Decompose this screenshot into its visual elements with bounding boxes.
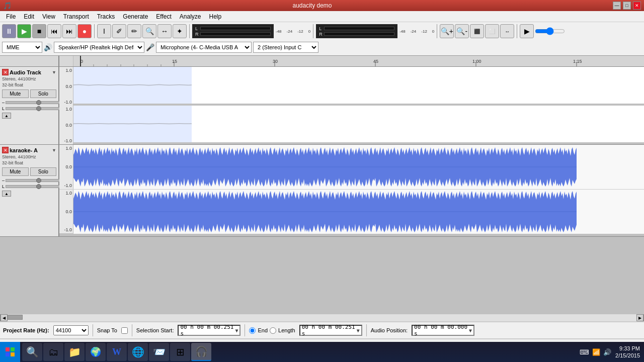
karaoke-track-waveform-panel: 1.0 0.0 -1.0	[59, 145, 644, 236]
menu-view[interactable]: View	[38, 12, 59, 21]
end-radio[interactable]	[249, 327, 256, 334]
audio-track-info1: Stereo, 44100Hz	[2, 76, 56, 81]
karaoke-track-close[interactable]: ✕	[2, 147, 9, 153]
play-at-speed-button[interactable]: ▶	[520, 24, 534, 38]
channel-selector[interactable]: 2 (Stereo) Input C	[253, 42, 318, 53]
taskbar-explorer[interactable]: 📁	[64, 343, 85, 361]
menu-analyze[interactable]: Analyze	[176, 12, 205, 21]
audio-track-collapse[interactable]: ▲	[2, 113, 11, 119]
record-button[interactable]: ●	[77, 24, 92, 38]
audio-track-dropdown[interactable]: ▼	[52, 70, 56, 75]
speed-slider-group	[535, 29, 565, 33]
audio-position-input[interactable]: 00 h 00 m 00.000 s ▼	[412, 325, 474, 336]
out-left-label: L	[319, 26, 323, 31]
audio-track-close[interactable]: ✕	[2, 69, 9, 75]
play-button[interactable]: ▶	[17, 24, 31, 38]
karaoke-gain-minus: –	[2, 178, 5, 183]
karaoke-track-dropdown[interactable]: ▼	[52, 148, 56, 153]
svg-rect-30	[11, 352, 15, 356]
audio-track: ✕ Audio Track ▼ Stereo, 44100Hz 32-bit f…	[0, 67, 644, 145]
menu-generate[interactable]: Generate	[119, 12, 152, 21]
taskbar-maps[interactable]: 🌐	[128, 343, 148, 361]
audio-track-info2: 32-bit float	[2, 82, 56, 87]
output-device-selector[interactable]: Speaker/HP (Realtek High Defi	[54, 42, 144, 53]
audio-track-waveform-top[interactable]	[73, 67, 644, 104]
karaoke-waveform-bottom[interactable]	[73, 190, 644, 234]
zoom-sel-button[interactable]: ⬜	[485, 24, 499, 38]
close-button[interactable]: ✕	[633, 2, 641, 10]
fit-project-button[interactable]: ⬛	[470, 24, 484, 38]
window-title: audacity demo	[12, 2, 613, 9]
speed-slider[interactable]	[535, 29, 565, 33]
scroll-left-arrow[interactable]: ◀	[1, 314, 8, 321]
menu-effect[interactable]: Effect	[152, 12, 175, 21]
multi-tool[interactable]: ✦	[173, 24, 187, 38]
taskbar-chrome[interactable]: 🌍	[86, 343, 106, 361]
timeline-ticks[interactable]: 0 15 30 45 1:00 1:15	[73, 56, 644, 66]
karaoke-track-mute[interactable]: Mute	[2, 167, 29, 176]
zoom-fit-button[interactable]: ↔	[500, 24, 514, 38]
audio-position-label: Audio Position:	[371, 327, 408, 333]
input-device-selector[interactable]: Microphone (4- C-Media USB A	[156, 42, 252, 53]
karaoke-waveform-top[interactable]	[73, 145, 644, 189]
clock[interactable]: 9:33 PM 2/15/2015	[615, 345, 640, 359]
taskbar-file-manager[interactable]: 🗂	[43, 343, 63, 361]
titlebar: 🎵 audacity demo — □ ✕	[0, 0, 644, 11]
taskbar-audacity[interactable]: 🎧	[191, 343, 211, 361]
audio-track-solo[interactable]: Solo	[30, 89, 57, 98]
device-toolbar: MME 🔊 Speaker/HP (Realtek High Defi 🎤 Mi…	[2, 40, 642, 54]
project-rate-select[interactable]: 44100	[53, 325, 89, 335]
toolbar-area: ⏸ ▶ ■ ⏮ ⏭ ● I ✐ ✏ 🔍 ↔ ✦ L R	[0, 22, 644, 56]
out-right-bar	[324, 32, 394, 36]
timeshift-tool[interactable]: ↔	[157, 24, 172, 38]
skip-fwd-button[interactable]: ⏭	[62, 24, 76, 38]
envelope-tool[interactable]: ✐	[112, 24, 126, 38]
zoom-in-button[interactable]: 🔍+	[440, 24, 454, 38]
audio-track-waveform-bottom[interactable]	[73, 106, 644, 142]
scroll-thumb[interactable]	[8, 315, 23, 320]
pause-button[interactable]: ⏸	[2, 24, 16, 38]
audio-track-mute[interactable]: Mute	[2, 89, 29, 98]
karaoke-pan-left-label: L	[2, 184, 5, 189]
selection-end-input[interactable]: 00 h 00 m 00.251 s ▼	[299, 325, 362, 336]
audio-track-controls: ✕ Audio Track ▼ Stereo, 44100Hz 32-bit f…	[0, 67, 59, 144]
maximize-button[interactable]: □	[623, 2, 631, 10]
draw-tool[interactable]: ✏	[127, 24, 141, 38]
start-button[interactable]	[0, 342, 20, 362]
taskbar-right: ⌨ 📶 🔊 9:33 PM 2/15/2015	[576, 345, 644, 359]
sel-end-unit: ▼	[357, 328, 360, 333]
menu-transport[interactable]: Transport	[59, 12, 93, 21]
scroll-track[interactable]	[8, 314, 636, 321]
audio-track-pan-row: L R	[2, 106, 56, 111]
skip-back-button[interactable]: ⏮	[47, 24, 61, 38]
length-radio[interactable]	[270, 327, 276, 334]
horizontal-scrollbar[interactable]: ◀ ▶	[0, 314, 644, 321]
karaoke-track-info2: 32-bit float	[2, 160, 56, 165]
taskbar-apps[interactable]: ⊞	[170, 343, 190, 361]
karaoke-track-solo[interactable]: Solo	[30, 167, 57, 176]
zoom-tool[interactable]: 🔍	[142, 24, 156, 38]
bottom-toolbar: Project Rate (Hz): 44100 Snap To Selecti…	[0, 322, 644, 339]
host-selector[interactable]: MME	[2, 42, 42, 53]
menu-edit[interactable]: Edit	[20, 12, 38, 21]
zoom-out-button[interactable]: 🔍-	[455, 24, 469, 38]
taskbar-word[interactable]: W	[107, 343, 127, 361]
menu-file[interactable]: File	[2, 12, 20, 21]
select-tool[interactable]: I	[97, 24, 111, 38]
scroll-right-arrow[interactable]: ▶	[636, 314, 643, 321]
taskbar-search[interactable]: 🔍	[22, 343, 42, 361]
menu-help[interactable]: Help	[205, 12, 226, 21]
ruler-spacer	[0, 56, 59, 66]
karaoke-track-collapse[interactable]: ▲	[2, 191, 11, 197]
svg-text:15: 15	[172, 59, 177, 64]
menu-tracks[interactable]: Tracks	[93, 12, 119, 21]
minimize-button[interactable]: —	[613, 2, 621, 10]
taskbar-mail[interactable]: 📨	[149, 343, 169, 361]
db-scale: -48-24-120	[276, 29, 310, 34]
separator-2	[189, 24, 190, 38]
snap-to-label: Snap To	[97, 327, 117, 333]
selection-start-input[interactable]: 00 h 00 m 00.251 s ▼	[178, 325, 240, 336]
stop-button[interactable]: ■	[32, 24, 46, 38]
snap-to-checkbox[interactable]	[121, 327, 128, 334]
sys-tray: ⌨ 📶 🔊	[580, 348, 611, 356]
